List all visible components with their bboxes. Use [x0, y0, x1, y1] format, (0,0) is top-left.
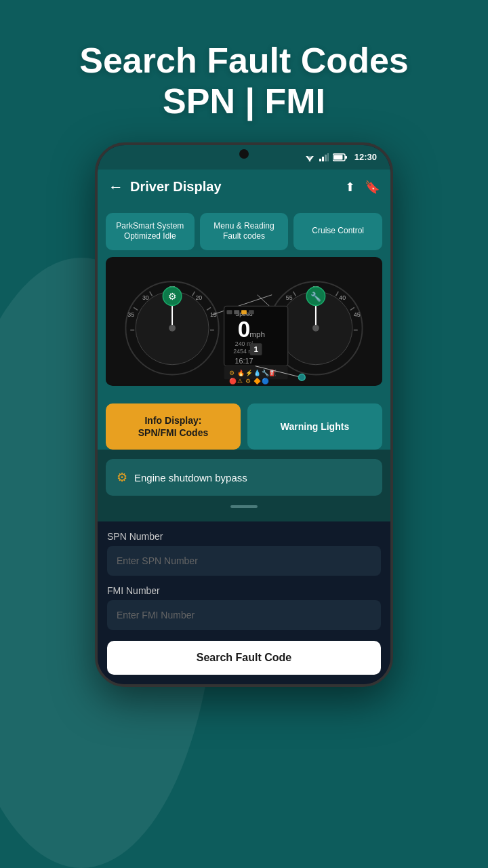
svg-text:🔶: 🔶 [253, 377, 262, 385]
engine-icon: ⚙ [117, 470, 127, 485]
svg-point-46 [312, 325, 319, 332]
fmi-label: FMI Number [107, 585, 381, 596]
dashboard-svg: 25 20 15 30 35 ⚙ [106, 257, 382, 386]
svg-text:55: 55 [286, 294, 293, 300]
drag-handle [106, 498, 382, 512]
tab-warning-label: Warning Lights [281, 421, 349, 432]
search-fault-code-button[interactable]: Search Fault Code [107, 641, 381, 675]
app-bar: ← Driver Display ⬆ 🔖 [98, 170, 390, 205]
share-button[interactable]: ⬆ [345, 180, 355, 195]
search-btn-label: Search Fault Code [197, 652, 291, 663]
svg-text:40: 40 [339, 294, 346, 300]
signal-icon [319, 153, 329, 161]
svg-text:30: 30 [142, 294, 149, 300]
app-bar-title: Driver Display [130, 179, 345, 195]
form-area: SPN Number FMI Number Search Fault Code [98, 521, 390, 684]
svg-point-27 [169, 325, 176, 332]
svg-rect-7 [327, 153, 329, 161]
svg-text:🔥: 🔥 [237, 369, 245, 377]
bottom-section: ⚙ Engine shutdown bypass [98, 450, 390, 521]
drag-bar [230, 505, 258, 508]
svg-text:0: 0 [238, 316, 251, 341]
spn-label: SPN Number [107, 531, 381, 542]
quick-btn-parksmart[interactable]: ParkSmart System Optimized Idle [106, 213, 195, 250]
status-bar: 12:30 [98, 145, 390, 170]
page-header: Search Fault Codes SPN | FMI [0, 0, 488, 142]
svg-text:⚙: ⚙ [229, 370, 235, 376]
svg-text:45: 45 [354, 311, 361, 318]
quick-actions: ParkSmart System Optimized Idle Menu & R… [98, 205, 390, 250]
svg-rect-9 [333, 155, 342, 159]
quick-btn-menu[interactable]: Menu & Reading Fault codes [200, 213, 289, 250]
svg-text:35: 35 [127, 311, 134, 318]
svg-text:🔧: 🔧 [310, 291, 321, 302]
svg-text:15: 15 [210, 311, 217, 318]
svg-text:⚙: ⚙ [245, 378, 251, 384]
app-bar-actions: ⬆ 🔖 [345, 180, 380, 195]
tab-warning-lights[interactable]: Warning Lights [247, 403, 382, 450]
svg-rect-54 [241, 310, 247, 314]
svg-text:🔵: 🔵 [262, 377, 270, 385]
spn-input[interactable] [107, 546, 381, 576]
svg-text:🔧: 🔧 [262, 369, 270, 377]
svg-point-3 [308, 160, 310, 161]
bookmark-button[interactable]: 🔖 [365, 180, 380, 195]
battery-icon [333, 153, 348, 161]
svg-text:⚙: ⚙ [168, 291, 177, 301]
svg-point-76 [298, 374, 305, 380]
svg-text:mph: mph [249, 329, 265, 338]
dashboard-display: 25 20 15 30 35 ⚙ [106, 257, 382, 386]
status-time: 12:30 [354, 152, 377, 162]
svg-text:🔴: 🔴 [229, 377, 237, 385]
svg-rect-53 [234, 310, 239, 314]
svg-rect-55 [249, 310, 254, 314]
svg-text:💧: 💧 [253, 369, 262, 377]
svg-rect-5 [322, 157, 324, 161]
svg-rect-6 [325, 155, 327, 161]
svg-rect-10 [345, 156, 347, 159]
quick-btn-cruise[interactable]: Cruise Control [293, 213, 382, 250]
tab-row: Info Display:SPN/FMI Codes Warning Light… [98, 395, 390, 450]
fmi-input[interactable] [107, 600, 381, 630]
svg-rect-52 [227, 310, 232, 314]
dashboard-area: 25 20 15 30 35 ⚙ [98, 250, 390, 395]
svg-text:⚠: ⚠ [237, 378, 243, 384]
status-icons: 12:30 [304, 152, 377, 162]
tab-info-label: Info Display:SPN/FMI Codes [138, 415, 208, 438]
phone-mockup: 12:30 ← Driver Display ⬆ 🔖 ParkSmart Sys… [95, 142, 393, 688]
svg-text:20: 20 [195, 294, 202, 300]
svg-text:1: 1 [253, 344, 258, 353]
svg-text:⚡: ⚡ [245, 369, 253, 377]
svg-rect-4 [319, 159, 321, 161]
svg-text:16:17: 16:17 [235, 357, 253, 365]
back-button[interactable]: ← [108, 178, 123, 196]
engine-shutdown-row[interactable]: ⚙ Engine shutdown bypass [106, 459, 382, 496]
page-title: Search Fault Codes SPN | FMI [27, 41, 461, 122]
camera-notch [239, 149, 249, 159]
tab-info-display[interactable]: Info Display:SPN/FMI Codes [106, 403, 241, 450]
engine-shutdown-label: Engine shutdown bypass [134, 472, 247, 484]
wifi-icon [304, 153, 315, 161]
